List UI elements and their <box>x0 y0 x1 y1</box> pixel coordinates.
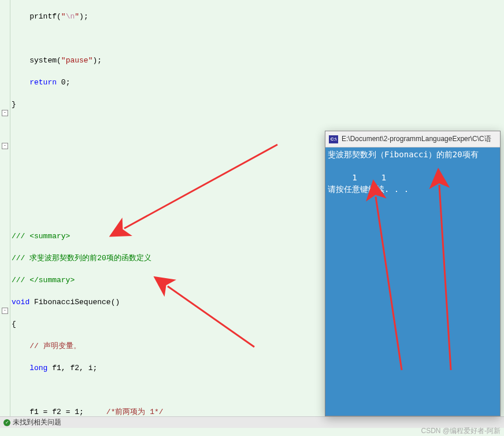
code-token: ( <box>57 12 61 21</box>
brace-token: } <box>12 100 16 109</box>
code-token: f1, f2, i; <box>47 364 97 372</box>
comment-token: /// </summary> <box>12 276 75 284</box>
brace-token: { <box>12 320 16 328</box>
keyword-token: void <box>12 298 29 306</box>
keyword-token: return <box>29 78 57 87</box>
console-titlebar[interactable]: C:\ E:\Document\2-programmLanguageExper\… <box>325 131 500 147</box>
console-line: 请按任意键继续. . . <box>328 184 409 194</box>
watermark: CSDN @编程爱好者-阿新 <box>421 426 501 436</box>
fold-toggle[interactable]: - <box>2 143 8 149</box>
code-token: FibonacciSequence() <box>29 298 120 306</box>
status-message: 未找到相关问题 <box>13 417 61 427</box>
string-token: " <box>61 12 66 21</box>
fold-toggle[interactable]: - <box>2 308 8 314</box>
code-token: 0 <box>57 78 66 87</box>
fold-toggle[interactable]: - <box>2 110 8 116</box>
code-token: system <box>29 56 57 65</box>
code-token: f1 = f2 = 1; <box>29 408 84 416</box>
console-line: 斐波那契数列（Fibonacci）的前20项有 <box>328 150 479 159</box>
code-token: ); <box>79 12 88 21</box>
comment-token: /// 求斐波那契数列的前20项的函数定义 <box>12 254 151 263</box>
comment-token: /// <summary> <box>12 232 70 241</box>
string-token: "pause" <box>61 56 93 65</box>
console-title: E:\Document\2-programmLanguageExper\C\C语 <box>342 134 491 144</box>
console-body: 斐波那契数列（Fibonacci）的前20项有 1 1 请按任意键继续. . . <box>325 147 500 196</box>
gutter: - - - <box>0 0 10 416</box>
escape-token: \n <box>66 12 75 21</box>
comment-token: /*前两项为 1*/ <box>84 408 164 416</box>
code-token: printf <box>29 12 57 21</box>
keyword-token: long <box>29 364 47 372</box>
console-line: 1 1 <box>328 173 386 182</box>
console-icon: C:\ <box>329 135 338 143</box>
comment-token: // 声明变量。 <box>29 342 80 350</box>
console-window[interactable]: C:\ E:\Document\2-programmLanguageExper\… <box>325 131 501 416</box>
string-token: " <box>75 12 79 21</box>
status-ok-icon: ✓ <box>3 419 10 426</box>
